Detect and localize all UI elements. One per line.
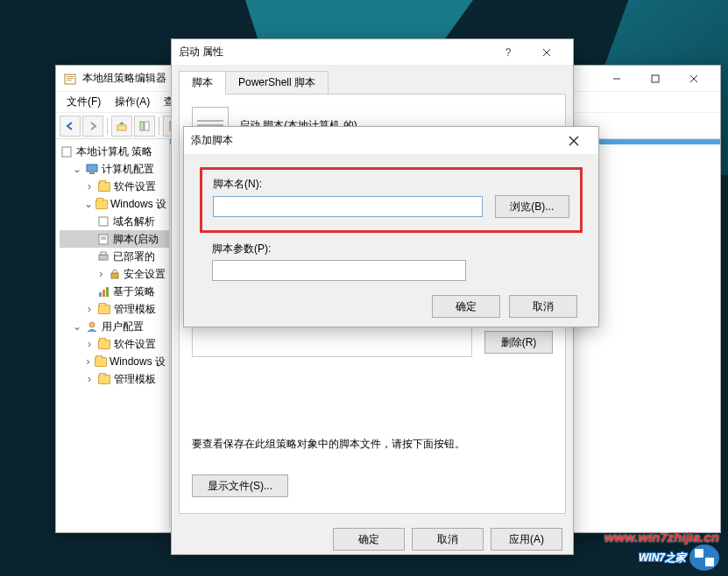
props-title: 启动 属性 (179, 45, 489, 60)
svg-rect-9 (140, 122, 144, 130)
svg-rect-5 (652, 75, 659, 82)
addscript-titlebar[interactable]: 添加脚本 (184, 127, 598, 155)
tree-label: 用户配置 (102, 320, 144, 334)
tree-computer-config[interactable]: ⌄ 计算机配置 (60, 160, 169, 178)
computer-icon (85, 162, 99, 176)
apply-button[interactable]: 应用(A) (491, 528, 562, 551)
tab-powershell[interactable]: PowerShell 脚本 (225, 71, 329, 95)
windows-flag-icon (689, 544, 719, 571)
expand-icon[interactable]: › (96, 268, 106, 280)
expand-icon[interactable]: › (84, 355, 92, 368)
ok-button[interactable]: 确定 (432, 295, 500, 318)
tree-admin-templates2[interactable]: › 管理模板 (60, 370, 169, 388)
script-name-input[interactable] (213, 196, 483, 217)
show-hide-tree-button[interactable] (134, 116, 155, 137)
folder-icon (97, 179, 111, 193)
svg-rect-25 (102, 290, 105, 297)
hint-text: 要查看保存在此组策略对象中的脚本文件，请按下面按钮。 (192, 437, 553, 452)
tree-label: 管理模板 (114, 302, 156, 317)
tab-scripts[interactable]: 脚本 (179, 71, 226, 95)
props-tabs: 脚本 PowerShell 脚本 (179, 71, 566, 95)
policy-icon (60, 144, 74, 158)
tree-name-resolution[interactable]: 域名解析 (60, 213, 169, 230)
collapse-icon[interactable]: ⌄ (72, 320, 82, 333)
collapse-icon[interactable]: ⌄ (72, 163, 82, 175)
tree-security[interactable]: › 安全设置 (60, 265, 169, 283)
script-params-input[interactable] (212, 260, 466, 281)
expand-icon[interactable]: › (84, 303, 95, 315)
policy-icon (96, 214, 110, 228)
svg-rect-22 (101, 252, 106, 255)
folder-icon (95, 197, 108, 211)
close-button[interactable] (675, 67, 713, 91)
addscript-title: 添加脚本 (191, 133, 556, 148)
lock-icon (109, 267, 121, 281)
tree-software-settings2[interactable]: › 软件设置 (60, 335, 169, 353)
tree-label: 安全设置 (124, 267, 166, 282)
browse-button[interactable]: 浏览(B)... (495, 195, 569, 218)
gpedit-tree[interactable]: 本地计算机 策略 ⌄ 计算机配置 › 软件设置 ⌄ Windows 设 域名解析 (56, 139, 170, 527)
highlighted-region: 脚本名(N): 浏览(B)... (200, 167, 583, 233)
tree-root[interactable]: 本地计算机 策略 (60, 143, 169, 160)
svg-rect-14 (62, 147, 71, 157)
tree-label: Windows 设 (110, 355, 166, 369)
folder-icon (97, 372, 111, 386)
svg-rect-17 (99, 217, 108, 226)
watermark: www.win7zhijia.cn WIN7之家 (604, 530, 719, 571)
expand-icon[interactable]: › (84, 373, 95, 385)
cancel-button[interactable]: 取消 (509, 295, 577, 318)
up-level-button[interactable] (111, 116, 132, 137)
close-button[interactable] (556, 129, 591, 153)
back-button[interactable] (60, 116, 81, 137)
script-name-label: 脚本名(N): (213, 177, 569, 192)
chart-icon (96, 284, 110, 299)
tree-scripts[interactable]: 脚本(启动 (60, 230, 169, 248)
expand-icon[interactable]: › (84, 180, 95, 193)
tree-windows-settings[interactable]: ⌄ Windows 设 (60, 195, 169, 213)
printer-icon (96, 249, 110, 263)
remove-button[interactable]: 删除(R) (484, 331, 553, 354)
tree-deployed[interactable]: 已部署的 (60, 248, 169, 265)
user-icon (85, 320, 99, 334)
tree-policy-based[interactable]: 基于策略 (60, 283, 169, 300)
tree-user-config[interactable]: ⌄ 用户配置 (60, 318, 169, 335)
svg-rect-3 (67, 80, 72, 81)
menu-action[interactable]: 操作(A) (110, 93, 155, 111)
minimize-button[interactable] (597, 67, 636, 91)
svg-rect-0 (65, 74, 75, 84)
svg-rect-26 (106, 287, 109, 297)
svg-point-27 (89, 322, 95, 327)
menu-file[interactable]: 文件(F) (61, 93, 106, 111)
close-button[interactable] (527, 40, 566, 65)
help-button[interactable]: ? (489, 40, 527, 65)
tree-label: 已部署的 (113, 249, 155, 264)
forward-button[interactable] (82, 116, 103, 137)
tree-label: 计算机配置 (102, 162, 154, 177)
svg-rect-2 (67, 78, 74, 79)
maximize-button[interactable] (636, 67, 675, 91)
svg-rect-21 (99, 255, 108, 260)
gpedit-app-icon (63, 72, 77, 86)
script-params-label: 脚本参数(P): (200, 242, 583, 256)
props-titlebar[interactable]: 启动 属性 ? (172, 39, 573, 66)
svg-rect-16 (89, 172, 95, 174)
expand-icon[interactable]: › (84, 338, 95, 350)
tree-label: 域名解析 (113, 214, 155, 229)
add-script-dialog: 添加脚本 脚本名(N): 浏览(B)... 脚本参数(P): 确定 取消 (183, 126, 599, 327)
svg-rect-24 (99, 292, 102, 297)
svg-rect-8 (117, 125, 126, 130)
show-files-button[interactable]: 显示文件(S)... (192, 474, 288, 497)
tree-label: 本地计算机 策略 (76, 144, 152, 159)
collapse-icon[interactable]: ⌄ (84, 198, 93, 210)
folder-icon (97, 302, 111, 316)
tree-software-settings[interactable]: › 软件设置 (60, 178, 169, 195)
folder-icon (95, 355, 107, 369)
tree-windows-settings2[interactable]: › Windows 设 (60, 353, 169, 370)
folder-icon (97, 337, 111, 351)
svg-rect-1 (67, 76, 74, 77)
cancel-button[interactable]: 取消 (412, 528, 484, 551)
script-icon (96, 232, 110, 246)
ok-button[interactable]: 确定 (333, 528, 405, 551)
tree-label: 软件设置 (114, 179, 156, 194)
tree-admin-templates[interactable]: › 管理模板 (60, 300, 169, 318)
